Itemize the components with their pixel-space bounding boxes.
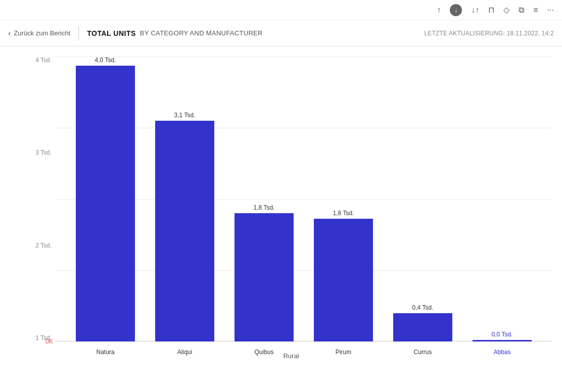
bar-group-aliqui: 3,1 Tsd. Aliqui (145, 57, 224, 341)
bar-value-currus: 0,4 Tsd. (412, 304, 434, 311)
bar-pirum[interactable] (314, 219, 373, 341)
bar-natura[interactable] (76, 66, 135, 341)
bar-quibus[interactable] (235, 213, 294, 341)
header-divider (78, 26, 79, 40)
bar-label-natura: Natura (96, 349, 114, 356)
y-label-2: 2 Tsd. (35, 242, 52, 249)
bar-value-pirum: 1,8 Tsd. (333, 210, 354, 217)
y-label-4: 4 Tsd. (35, 57, 52, 64)
pin-icon[interactable]: ◇ (503, 5, 509, 15)
bar-value-natura: 4,0 Tsd. (95, 57, 116, 64)
toolbar: ↑ ↓ ↓↑ ⊓ ◇ ⧉ ≡ ··· (0, 0, 562, 20)
back-label: Zurück zum Bericht (14, 29, 70, 37)
bar-group-pirum: 1,8 Tsd. Pirum (304, 57, 383, 341)
bar-value-aliqui: 3,1 Tsd. (174, 112, 196, 119)
bar-abbas[interactable] (473, 340, 532, 341)
back-chevron-icon: ‹ (8, 29, 11, 38)
bar-aliqui[interactable] (155, 121, 215, 341)
header: ‹ Zurück zum Bericht TOTAL UNITS BY CATE… (0, 20, 562, 46)
bookmark-icon[interactable]: ⊓ (488, 5, 494, 15)
timestamp: LETZTE AKTUALISIERUNG: 18.11.2022, 14:2 (424, 30, 554, 37)
bar-label-pirum: Pirum (336, 349, 351, 356)
bar-value-quibus: 1,8 Tsd. (254, 204, 275, 211)
bars-area: 4,0 Tsd. Natura 3,1 Tsd. Aliqui 1,8 Tsd.… (56, 57, 552, 341)
bar-group-natura: 4,0 Tsd. Natura (66, 57, 145, 341)
y-label-3: 3 Tsd. (35, 149, 52, 156)
bar-group-quibus: 1,8 Tsd. Quibus (224, 57, 304, 341)
y-axis: 4 Tsd. 3 Tsd. 2 Tsd. 1 Tsd. (30, 57, 56, 341)
download-icon[interactable]: ↓ (450, 4, 462, 16)
bar-label-abbas: Abbas (493, 349, 510, 356)
bar-label-aliqui: Aliqui (177, 349, 192, 356)
page-subtitle: BY CATEGORY AND MANUFACTURER (140, 29, 263, 37)
timestamp-value: 18.11.2022, 14:2 (507, 30, 554, 37)
chart-container: 4 Tsd. 3 Tsd. 2 Tsd. 1 Tsd. 0K 4,0 Tsd. … (30, 57, 552, 362)
chart-area: 4 Tsd. 3 Tsd. 2 Tsd. 1 Tsd. 0K 4,0 Tsd. … (0, 46, 562, 392)
page-title: TOTAL UNITS (87, 29, 136, 37)
bar-currus[interactable] (393, 313, 453, 341)
copy-icon[interactable]: ⧉ (519, 6, 524, 15)
more-icon[interactable]: ··· (547, 6, 554, 15)
zero-label: 0K (45, 338, 53, 345)
up-arrow-icon[interactable]: ↑ (437, 6, 441, 15)
bar-value-abbas: 0,0 Tsd. (492, 331, 513, 338)
timestamp-label: LETZTE AKTUALISIERUNG: (424, 30, 505, 37)
category-label: Rural (283, 352, 299, 360)
filter-icon[interactable]: ≡ (533, 6, 538, 15)
bar-label-quibus: Quibus (254, 349, 273, 356)
bar-group-currus: 0,4 Tsd. Currus (383, 57, 462, 341)
sort-icon[interactable]: ↓↑ (471, 6, 479, 15)
bar-label-currus: Currus (413, 349, 432, 356)
back-link[interactable]: ‹ Zurück zum Bericht (8, 29, 70, 38)
bar-group-abbas: 0,0 Tsd. Abbas (462, 57, 542, 341)
